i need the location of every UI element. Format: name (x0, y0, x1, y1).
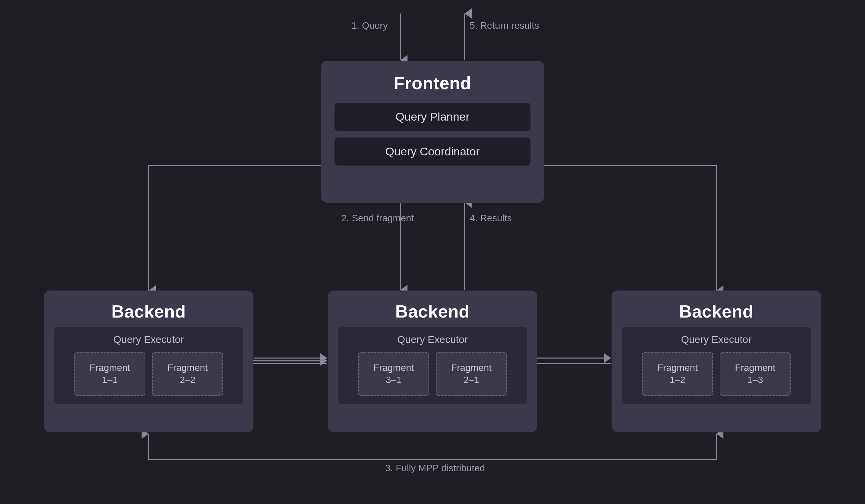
fragment-box-2-1: Fragment2–1 (436, 352, 507, 396)
frontend-box: Frontend Query Planner Query Coordinator (321, 61, 544, 203)
executor-label-center: Query Executor (397, 334, 468, 345)
label-send-fragment: 2. Send fragment (341, 213, 414, 224)
frontend-title: Frontend (394, 73, 471, 93)
fragments-row-left: Fragment1–1 Fragment2–2 (74, 352, 223, 396)
query-planner-box: Query Planner (335, 103, 530, 131)
fragment-box-1-3: Fragment1–3 (720, 352, 791, 396)
label-mpp-distributed: 3. Fully MPP distributed (385, 463, 485, 473)
fragments-row-center: Fragment3–1 Fragment2–1 (358, 352, 507, 396)
executor-box-right: Query Executor Fragment1–2 Fragment1–3 (622, 327, 811, 404)
backend-box-center: Backend Query Executor Fragment3–1 Fragm… (328, 291, 537, 432)
query-planner-label: Query Planner (395, 110, 469, 123)
query-coordinator-box: Query Coordinator (335, 138, 530, 165)
executor-box-center: Query Executor Fragment3–1 Fragment2–1 (338, 327, 527, 404)
fragment-box-2-2: Fragment2–2 (152, 352, 223, 396)
executor-label-right: Query Executor (681, 334, 751, 345)
fragments-row-right: Fragment1–2 Fragment1–3 (642, 352, 791, 396)
executor-box-left: Query Executor Fragment1–1 Fragment2–2 (54, 327, 243, 404)
diagram-container: 1. Query 5. Return results 2. Send fragm… (0, 0, 865, 504)
fragment-box-3-1: Fragment3–1 (358, 352, 429, 396)
executor-label-left: Query Executor (114, 334, 184, 345)
query-coordinator-label: Query Coordinator (385, 145, 480, 158)
backend-box-right: Backend Query Executor Fragment1–2 Fragm… (612, 291, 821, 432)
fragment-box-1-2: Fragment1–2 (642, 352, 713, 396)
label-results: 4. Results (470, 213, 512, 224)
backend-title-left: Backend (112, 301, 186, 321)
backend-box-left: Backend Query Executor Fragment1–1 Fragm… (44, 291, 253, 432)
backend-title-right: Backend (679, 301, 753, 321)
fragment-box-1-1: Fragment1–1 (74, 352, 145, 396)
label-query: 1. Query (351, 20, 388, 31)
label-return-results: 5. Return results (470, 20, 539, 31)
backend-title-center: Backend (395, 301, 470, 321)
